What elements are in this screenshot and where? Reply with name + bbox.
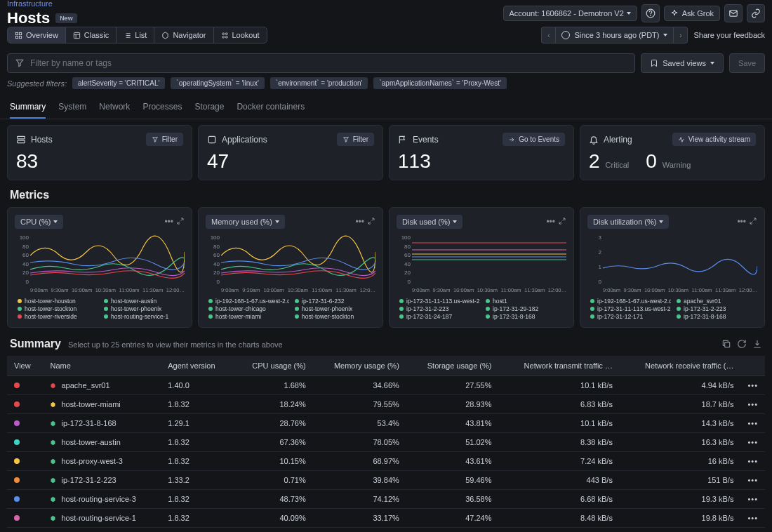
metric-selector[interactable]: Memory used (%) — [206, 215, 285, 229]
inbox-icon[interactable] — [724, 4, 743, 22]
suggested-chip[interactable]: `environment` = 'production' — [270, 77, 368, 89]
view-tab-navigator[interactable]: Navigator — [154, 27, 213, 43]
tab-system[interactable]: System — [58, 96, 86, 119]
legend-item[interactable]: host1 — [486, 298, 566, 305]
table-row[interactable]: ip-172-31-2-223 1.33.2 0.71% 39.84% 59.4… — [7, 471, 765, 490]
legend-item[interactable]: host-tower-stockton — [18, 305, 98, 312]
help-icon[interactable] — [641, 4, 660, 22]
legend-item[interactable]: ip-172-31-8-168 — [677, 313, 757, 320]
view-tab-lookout[interactable]: Lookout — [214, 27, 267, 43]
expand-icon[interactable] — [558, 217, 566, 227]
filter-hosts-button[interactable]: Filter — [146, 133, 183, 146]
legend-item[interactable]: host-tower-houston — [18, 298, 98, 305]
legend-item[interactable]: host-tower-phoenix — [295, 305, 375, 312]
expand-icon[interactable] — [749, 217, 757, 227]
more-icon[interactable]: ••• — [355, 217, 364, 227]
time-next-button[interactable]: › — [674, 27, 688, 44]
row-menu-button[interactable]: ••• — [740, 376, 765, 395]
column-header[interactable]: Network transmit traffic … — [498, 356, 619, 376]
legend-item[interactable]: apache_svr01 — [677, 298, 757, 305]
view-tab-list[interactable]: List — [117, 27, 154, 43]
legend-item[interactable]: host-tower-riverside — [18, 313, 98, 320]
saved-views-button[interactable]: Saved views — [641, 53, 724, 73]
ask-grok-button[interactable]: Ask Grok — [664, 6, 720, 21]
legend-item[interactable]: ip-172-31-8-168 — [486, 313, 566, 320]
legend-item[interactable]: host-tower-phoenix — [104, 305, 185, 312]
column-header[interactable]: Agent version — [161, 356, 233, 376]
table-row[interactable]: host-proxy-west-3 1.8.32 10.15% 68.97% 4… — [7, 452, 765, 471]
row-menu-button[interactable]: ••• — [740, 509, 765, 528]
legend-item[interactable]: ip-172-31-11-113.us-west-2.com… — [399, 298, 480, 305]
table-row[interactable]: host1 1.4.11 1.02% 34.5% 62.48% 1 kB/s 1… — [7, 528, 765, 533]
row-menu-button[interactable]: ••• — [740, 528, 765, 533]
table-row[interactable]: ip-172-31-8-168 1.29.1 28.76% 53.4% 43.8… — [7, 414, 765, 433]
suggested-chip[interactable]: `apmApplicationNames` = 'Proxy-West' — [373, 77, 506, 89]
metric-selector[interactable]: Disk used (%) — [397, 215, 462, 229]
metric-selector[interactable]: Disk utilization (%) — [587, 215, 669, 229]
time-prev-button[interactable]: ‹ — [541, 27, 555, 44]
refresh-icon[interactable] — [737, 339, 747, 349]
view-activity-button[interactable]: View activity stream — [672, 133, 756, 146]
view-tab-classic[interactable]: Classic — [66, 27, 117, 43]
legend-item[interactable]: host-tower-chicago — [208, 305, 289, 312]
legend-item[interactable]: ip-172-31-29-182 — [486, 305, 566, 312]
copy-icon[interactable] — [721, 339, 731, 349]
account-selector[interactable]: Account: 1606862 - Demotron V2 — [503, 6, 637, 21]
filter-apps-button[interactable]: Filter — [337, 133, 374, 146]
suggested-chip[interactable]: `operatingSystem` = 'linux' — [171, 77, 264, 89]
tab-docker[interactable]: Docker containers — [237, 96, 305, 119]
more-icon[interactable]: ••• — [164, 217, 173, 227]
table-row[interactable]: apache_svr01 1.40.0 1.68% 34.66% 27.55% … — [7, 376, 765, 395]
table-row[interactable]: host-routing-service-3 1.8.32 48.73% 74.… — [7, 490, 765, 509]
column-header[interactable]: CPU usage (%) — [233, 356, 313, 376]
column-header[interactable]: Storage usage (%) — [406, 356, 499, 376]
table-row[interactable]: host-routing-service-1 1.8.32 40.09% 33.… — [7, 509, 765, 528]
metric-selector[interactable]: CPU (%) — [15, 215, 63, 229]
column-header[interactable]: Name — [43, 356, 161, 376]
legend-item[interactable]: ip-172-31-2-223 — [399, 305, 480, 312]
filter-input[interactable] — [30, 58, 627, 68]
legend-item[interactable]: ip-192-168-1-67.us-west-2.com… — [590, 298, 671, 305]
filter-input-wrap[interactable] — [7, 53, 635, 73]
row-menu-button[interactable]: ••• — [740, 395, 765, 414]
feedback-link[interactable]: Share your feedback — [693, 31, 765, 39]
view-tab-overview[interactable]: Overview — [8, 27, 66, 43]
account-label: Account: 1606862 - Demotron V2 — [510, 9, 624, 18]
legend-item[interactable]: host-tower-austin — [104, 298, 185, 305]
legend-item[interactable]: ip-172-31-11-113.us-west-2.com… — [590, 305, 671, 312]
breadcrumb[interactable]: Infrastructure — [7, 0, 77, 8]
suggested-chip[interactable]: alertSeverity = 'CRITICAL' — [72, 77, 165, 89]
legend-item[interactable]: ip-172-31-12-171 — [590, 313, 671, 320]
tab-storage[interactable]: Storage — [194, 96, 224, 119]
row-menu-button[interactable]: ••• — [740, 433, 765, 452]
tab-processes[interactable]: Processes — [142, 96, 182, 119]
row-menu-button[interactable]: ••• — [740, 471, 765, 490]
time-range-selector[interactable]: Since 3 hours ago (PDT) — [555, 27, 674, 44]
stat-alerting: Alerting View activity stream 2Critical … — [580, 125, 765, 180]
row-menu-button[interactable]: ••• — [740, 414, 765, 433]
download-icon[interactable] — [752, 339, 762, 349]
row-menu-button[interactable]: ••• — [740, 452, 765, 471]
column-header[interactable]: View — [7, 356, 43, 376]
legend-item[interactable]: host-routing-service-1 — [104, 313, 185, 320]
save-button[interactable]: Save — [729, 53, 765, 73]
table-row[interactable]: host-tower-austin 1.8.32 67.36% 78.05% 5… — [7, 433, 765, 452]
legend-item[interactable]: ip-172-31-24-187 — [399, 313, 480, 320]
tab-summary[interactable]: Summary — [10, 96, 46, 119]
share-icon[interactable] — [747, 4, 765, 22]
legend-item[interactable]: host-tower-miami — [208, 313, 289, 320]
column-header[interactable]: Network receive traffic (… — [620, 356, 741, 376]
table-row[interactable]: host-tower-miami 1.8.32 18.24% 79.55% 28… — [7, 395, 765, 414]
go-to-events-button[interactable]: Go to Events — [503, 133, 565, 146]
legend-item[interactable]: ip-172-31-6-232 — [295, 298, 375, 305]
legend-item[interactable]: ip-192-168-1-67.us-west-2.com… — [208, 298, 289, 305]
legend-item[interactable]: host-tower-stockton — [295, 313, 375, 320]
more-icon[interactable]: ••• — [737, 217, 746, 227]
row-menu-button[interactable]: ••• — [740, 490, 765, 509]
column-header[interactable]: Memory usage (%) — [313, 356, 406, 376]
legend-item[interactable]: ip-172-31-2-223 — [677, 305, 757, 312]
more-icon[interactable]: ••• — [546, 217, 555, 227]
expand-icon[interactable] — [176, 217, 185, 227]
tab-network[interactable]: Network — [99, 96, 130, 119]
expand-icon[interactable] — [367, 217, 375, 227]
